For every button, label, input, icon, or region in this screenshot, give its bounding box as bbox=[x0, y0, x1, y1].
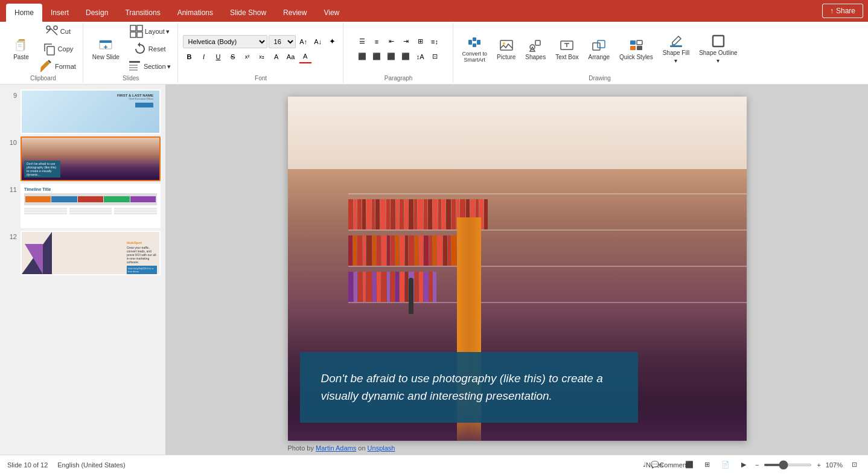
slide-thumb-10[interactable]: 10 Don't be afraid to use photography (l… bbox=[5, 136, 161, 181]
paste-label: Paste bbox=[13, 54, 29, 60]
section-chevron: ▾ bbox=[167, 63, 171, 71]
slide-img-9[interactable]: FIRST & LAST NAME Chief Executive Office… bbox=[21, 89, 161, 134]
tab-transitions[interactable]: Transitions bbox=[116, 4, 168, 22]
smart-art-convert[interactable]: ⊡ bbox=[428, 50, 441, 63]
new-slide-button[interactable]: New Slide bbox=[88, 32, 124, 66]
font-size-decrease[interactable]: A↓ bbox=[311, 35, 325, 48]
zoom-plus[interactable]: + bbox=[817, 461, 820, 469]
copy-button[interactable]: Copy bbox=[36, 40, 79, 57]
paragraph-label: Paragraph bbox=[385, 75, 413, 83]
slide-thumb-9[interactable]: 9 FIRST & LAST NAME Chief Executive Offi… bbox=[5, 89, 161, 134]
shapes-button[interactable]: Shapes bbox=[521, 32, 550, 66]
italic-button[interactable]: I bbox=[197, 50, 211, 63]
share-button[interactable]: ↑ Share bbox=[822, 4, 863, 18]
canvas-area: Don't be afraid to use photography (like… bbox=[166, 85, 868, 455]
bold-button[interactable]: B bbox=[183, 50, 196, 63]
font-group: Helvetica (Body) 16 A↑ A↓ ✦ B I U S x² x… bbox=[179, 23, 343, 83]
slide-img-11[interactable]: Timeline Title bbox=[21, 184, 161, 228]
svg-rect-5 bbox=[47, 46, 54, 55]
slide-sorter-button[interactable]: ⊞ bbox=[701, 458, 714, 472]
columns-button[interactable]: ⊞ bbox=[413, 35, 427, 48]
picture-button[interactable]: Picture bbox=[493, 32, 520, 66]
numbered-list-button[interactable]: ≡ bbox=[370, 35, 383, 48]
tab-bar: Home Insert Design Transitions Animation… bbox=[0, 0, 868, 22]
zoom-minus[interactable]: − bbox=[755, 461, 759, 469]
underline-button[interactable]: U bbox=[212, 50, 225, 63]
normal-view-button[interactable]: ⬛ bbox=[683, 458, 696, 472]
comments-icon: 💬 bbox=[651, 461, 659, 469]
align-right-button[interactable]: ⬛ bbox=[385, 50, 398, 63]
bullet-list-button[interactable]: ☰ bbox=[356, 35, 369, 48]
strikethrough-button[interactable]: S bbox=[226, 50, 240, 63]
shape-fill-button[interactable]: Shape Fill ▾ bbox=[659, 32, 694, 66]
convert-smartart-button[interactable]: Convert toSmartArt bbox=[458, 32, 492, 66]
slideshow-view-button[interactable]: ▶ bbox=[737, 458, 750, 472]
tab-review[interactable]: Review bbox=[275, 4, 315, 22]
status-right: ♩ Notes 💬 Comments ⬛ ⊞ 📄 ▶ − + 107% ⊡ bbox=[646, 458, 861, 472]
text-box-button[interactable]: Text Box bbox=[551, 32, 582, 66]
share-icon: ↑ bbox=[830, 7, 834, 15]
quick-styles-button[interactable]: Quick Styles bbox=[615, 32, 657, 66]
status-bar: Slide 10 of 12 English (United States) ♩… bbox=[0, 455, 868, 474]
slide-img-10[interactable]: Don't be afraid to use photography (like… bbox=[21, 136, 161, 181]
slide-thumb-11[interactable]: 11 Timeline Title bbox=[5, 184, 161, 228]
subscript-button[interactable]: x₂ bbox=[255, 50, 269, 63]
shape-outline-chevron: ▾ bbox=[716, 57, 720, 64]
shapes-label: Shapes bbox=[525, 54, 546, 60]
tab-home[interactable]: Home bbox=[6, 4, 42, 22]
photo-source-link[interactable]: Unsplash bbox=[368, 444, 395, 452]
layout-button[interactable]: Layout ▾ bbox=[125, 23, 174, 40]
line-spacing-button[interactable]: ≡↕ bbox=[428, 35, 441, 48]
font-size-select[interactable]: 16 bbox=[269, 35, 296, 48]
svg-rect-31 bbox=[630, 46, 636, 50]
text-direction-button[interactable]: ↕A bbox=[413, 50, 427, 63]
font-case-button[interactable]: Aa bbox=[284, 50, 298, 63]
font-size-increase[interactable]: A↑ bbox=[297, 35, 310, 48]
new-slide-label: New Slide bbox=[92, 54, 120, 60]
slide-num-9: 9 bbox=[5, 89, 17, 99]
comments-button[interactable]: 💬 Comments bbox=[665, 458, 678, 472]
slide-thumb-12[interactable]: 12 HubSpot Grow your traffic, convert le… bbox=[5, 231, 161, 275]
tab-design[interactable]: Design bbox=[77, 4, 116, 22]
svg-rect-21 bbox=[477, 40, 480, 45]
format-button[interactable]: Format bbox=[36, 58, 79, 75]
format-label: Format bbox=[55, 63, 76, 70]
align-center-button[interactable]: ⬛ bbox=[370, 50, 383, 63]
cut-button[interactable]: Cut bbox=[36, 23, 79, 40]
text-shadow-button[interactable]: A bbox=[270, 50, 283, 63]
photo-credit-prefix: Photo by bbox=[288, 444, 316, 452]
slide-canvas[interactable]: Don't be afraid to use photography (like… bbox=[288, 97, 747, 441]
clipboard-secondary: Cut Copy Format bbox=[36, 23, 79, 75]
photo-credit: Photo by Martin Adams on Unsplash bbox=[288, 444, 395, 452]
justify-button[interactable]: ⬛ bbox=[399, 50, 412, 63]
tab-slideshow[interactable]: Slide Show bbox=[222, 4, 275, 22]
font-color-button[interactable]: A bbox=[299, 50, 312, 63]
photo-author-link[interactable]: Martin Adams bbox=[316, 444, 356, 452]
clear-format-button[interactable]: ✦ bbox=[326, 35, 339, 48]
reset-label: Reset bbox=[148, 45, 166, 53]
section-button[interactable]: Section ▾ bbox=[125, 58, 174, 75]
reading-view-button[interactable]: 📄 bbox=[719, 458, 732, 472]
align-left-button[interactable]: ⬛ bbox=[356, 50, 369, 63]
zoom-slider[interactable] bbox=[764, 464, 812, 466]
decrease-indent-button[interactable]: ⇤ bbox=[385, 35, 398, 48]
superscript-button[interactable]: x² bbox=[241, 50, 254, 63]
slide-11-title: Timeline Title bbox=[24, 187, 157, 191]
slide-panel[interactable]: 9 FIRST & LAST NAME Chief Executive Offi… bbox=[0, 85, 166, 455]
increase-indent-button[interactable]: ⇥ bbox=[399, 35, 412, 48]
slide-overlay-box[interactable]: Don't be afraid to use photography (like… bbox=[300, 352, 638, 423]
paste-button[interactable]: Paste bbox=[7, 32, 35, 66]
tab-insert[interactable]: Insert bbox=[42, 4, 77, 22]
reset-button[interactable]: Reset bbox=[125, 40, 174, 57]
tab-animations[interactable]: Animations bbox=[169, 4, 222, 22]
svg-point-23 bbox=[503, 42, 505, 45]
svg-rect-12 bbox=[130, 32, 136, 37]
shape-outline-button[interactable]: Shape Outline ▾ bbox=[695, 32, 741, 66]
fit-window-button[interactable]: ⊡ bbox=[847, 458, 861, 472]
slide-img-12[interactable]: HubSpot Grow your traffic, convert leads… bbox=[21, 231, 161, 275]
arrange-button[interactable]: Arrange bbox=[584, 32, 614, 66]
font-family-select[interactable]: Helvetica (Body) bbox=[183, 35, 267, 48]
picture-label: Picture bbox=[497, 54, 515, 60]
tab-view[interactable]: View bbox=[315, 4, 348, 22]
copy-label: Copy bbox=[58, 45, 74, 53]
